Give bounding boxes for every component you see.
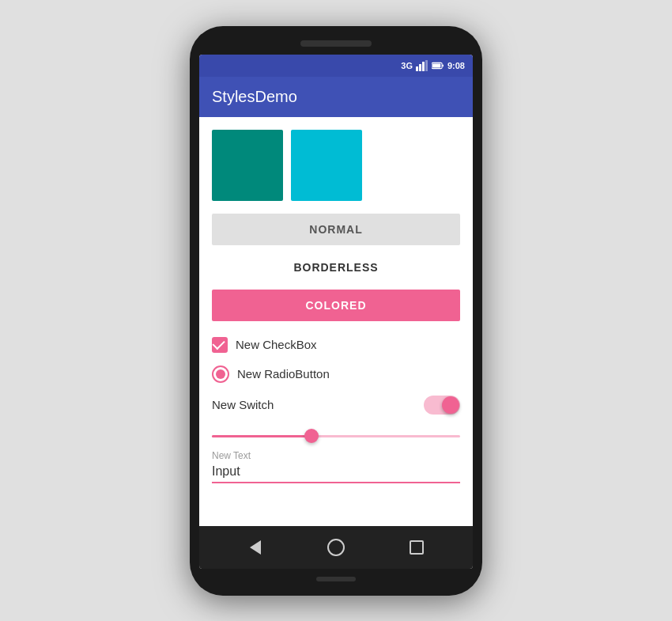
status-icons: 3G 9:08 [401, 60, 465, 71]
checkbox-row[interactable]: New CheckBox [199, 331, 473, 359]
swatches-row [199, 117, 473, 214]
status-bar: 3G 9:08 [199, 55, 473, 77]
signal-icon [416, 60, 428, 71]
switch-row: New Switch [199, 389, 473, 421]
back-button[interactable] [241, 533, 270, 562]
radio-label: New RadioButton [237, 367, 330, 381]
svg-rect-6 [432, 63, 440, 67]
recents-button[interactable] [402, 533, 431, 562]
svg-rect-5 [442, 64, 443, 66]
toggle-switch[interactable] [424, 396, 460, 415]
radio-row[interactable]: New RadioButton [199, 359, 473, 389]
text-input-wrapper[interactable]: Input [212, 464, 460, 483]
checkbox-label: New CheckBox [236, 338, 317, 351]
phone-screen: 3G 9:08 StylesDemo [199, 55, 473, 569]
svg-rect-1 [419, 64, 421, 71]
app-bar: StylesDemo [199, 77, 473, 117]
slider-row [199, 421, 473, 444]
slider-fill [212, 435, 311, 437]
checkbox-icon [212, 337, 228, 353]
teal-swatch [212, 130, 283, 201]
text-input-label: New Text [212, 450, 460, 461]
battery-icon [432, 61, 444, 70]
radio-inner [216, 369, 225, 379]
clock: 9:08 [447, 61, 465, 70]
home-button[interactable] [322, 533, 350, 562]
slider-thumb[interactable] [304, 429, 319, 443]
radio-icon [212, 365, 229, 383]
borderless-button[interactable]: BORDERLESS [212, 252, 460, 283]
app-title: StylesDemo [212, 88, 297, 106]
cyan-swatch [291, 130, 362, 201]
network-indicator: 3G [401, 61, 413, 70]
svg-rect-3 [425, 60, 428, 71]
switch-label: New Switch [212, 398, 274, 411]
toggle-thumb [442, 396, 459, 414]
phone-speaker [300, 40, 372, 47]
phone-device: 3G 9:08 StylesDemo [190, 26, 482, 596]
text-input-value: Input [212, 464, 240, 478]
svg-rect-2 [422, 62, 425, 71]
normal-button[interactable]: NORMAL [212, 214, 460, 245]
slider-track[interactable] [212, 435, 460, 437]
bottom-nav [199, 526, 473, 569]
main-content: NORMAL BORDERLESS COLORED New CheckBox N… [199, 117, 473, 526]
svg-rect-0 [416, 66, 418, 71]
text-input-section: New Text Input [199, 444, 473, 496]
colored-button[interactable]: COLORED [212, 290, 460, 321]
phone-bottom-bar [316, 577, 356, 581]
